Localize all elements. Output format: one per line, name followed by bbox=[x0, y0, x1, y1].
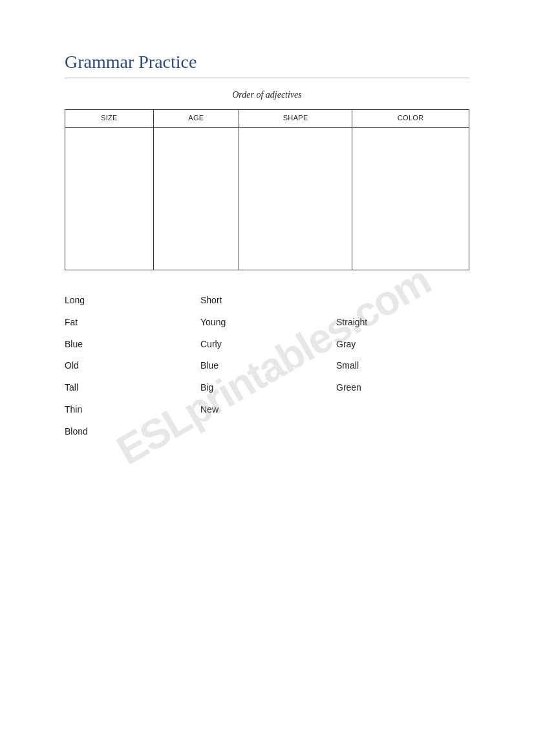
list-item: Small bbox=[336, 355, 472, 377]
list-item: Fat bbox=[65, 312, 200, 334]
list-item: Tall bbox=[65, 377, 200, 399]
subtitle: Order of adjectives bbox=[65, 90, 469, 100]
list-item bbox=[200, 421, 336, 443]
list-item: Green bbox=[336, 377, 472, 399]
list-item: Long bbox=[65, 290, 200, 312]
list-item: Gray bbox=[336, 334, 472, 356]
col-header-age: AGE bbox=[153, 110, 239, 128]
list-item bbox=[336, 421, 472, 443]
list-item: Short bbox=[200, 290, 336, 312]
list-item: Big bbox=[200, 377, 336, 399]
list-item: Old bbox=[65, 355, 200, 377]
list-item: Young bbox=[200, 312, 336, 334]
list-item: Blond bbox=[65, 421, 200, 443]
list-item: Thin bbox=[65, 399, 200, 421]
list-item: Blue bbox=[200, 355, 336, 377]
adjective-table: SIZE AGE SHAPE COLOR bbox=[65, 109, 469, 270]
list-item: Blue bbox=[65, 334, 200, 356]
table-cell-size bbox=[65, 128, 154, 270]
col-header-shape: SHAPE bbox=[239, 110, 352, 128]
list-item: New bbox=[200, 399, 336, 421]
page-title: Grammar Practice bbox=[65, 52, 469, 72]
list-item: Curly bbox=[200, 334, 336, 356]
list-item bbox=[336, 399, 472, 421]
title-divider bbox=[65, 78, 469, 78]
list-item: Straight bbox=[336, 312, 472, 334]
list-item bbox=[336, 290, 472, 312]
word-list-grid: Long Short Fat Young Straight Blue Curly… bbox=[65, 290, 469, 443]
col-header-color: COLOR bbox=[352, 110, 469, 128]
table-cell-age bbox=[153, 128, 239, 270]
word-list-section: ESLprintables.com Long Short Fat Young S… bbox=[65, 290, 469, 443]
table-cell-color bbox=[352, 128, 469, 270]
table-cell-shape bbox=[239, 128, 352, 270]
col-header-size: SIZE bbox=[65, 110, 154, 128]
